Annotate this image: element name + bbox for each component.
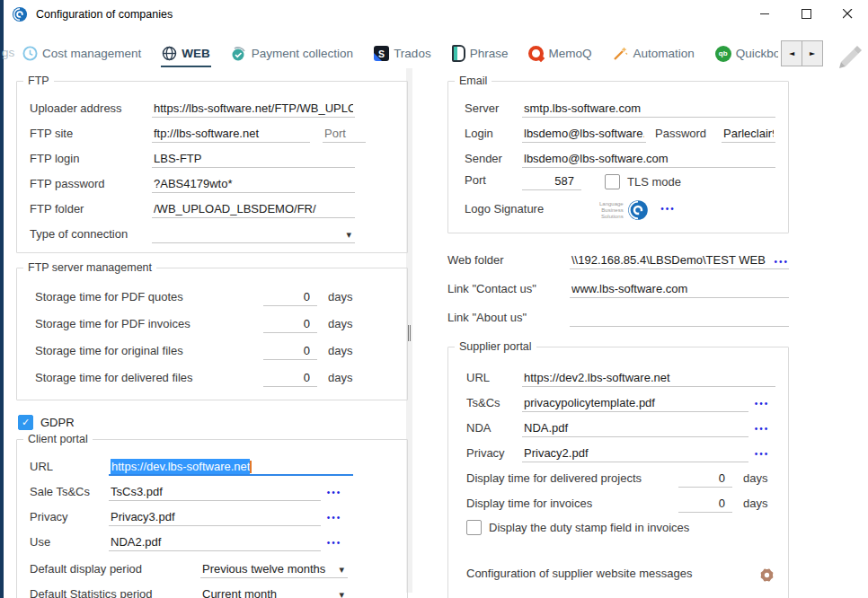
supplier-tscs-input[interactable] [522, 394, 748, 412]
client-url-input[interactable]: https://dev.lbs-software.net [109, 459, 353, 476]
web-folder-input[interactable]: \\192.168.85.4\LBSDemo\TEST WEB ••• [570, 251, 789, 269]
type-of-connection-label: Type of connection [30, 227, 152, 243]
ftp-password-input[interactable] [152, 175, 355, 193]
default-statistics-period-label: Default Statistics period [30, 587, 200, 598]
email-login-label: Login [465, 127, 522, 143]
ftp-login-input[interactable] [152, 150, 355, 168]
email-port-input[interactable] [522, 172, 581, 190]
email-login-input[interactable] [522, 125, 646, 143]
supplier-messages-gear-button[interactable] [758, 567, 775, 584]
clock-icon [22, 46, 38, 61]
email-sender-input[interactable] [522, 150, 775, 168]
storage-pdf-quotes-input[interactable] [263, 288, 317, 306]
type-of-connection-dropdown[interactable]: ▾ [152, 227, 355, 243]
title-bar: Configuration of companies [4, 0, 868, 29]
web-settings-right-panel: Email Server Login Password Sender Port … [447, 74, 789, 598]
edit-pencil-icon[interactable] [832, 39, 863, 71]
link-about-us-input[interactable] [570, 309, 789, 327]
default-display-period-dropdown[interactable]: Previous twelve months ▾ [200, 560, 348, 578]
link-contact-us-label: Link "Contact us" [447, 282, 570, 298]
gdpr-checkbox[interactable]: ✓ [18, 415, 33, 430]
supplier-privacy-input[interactable] [522, 444, 748, 462]
email-server-label: Server [465, 101, 522, 118]
globe-icon [162, 46, 177, 61]
tab-quickbooks[interactable]: qb Quickbooks [714, 40, 778, 68]
client-portal-title: Client portal [23, 433, 93, 445]
supplier-nda-browse-button[interactable]: ••• [748, 424, 775, 437]
storage-delivered-files-input[interactable] [263, 369, 317, 387]
supplier-url-input[interactable] [522, 369, 775, 387]
supplier-privacy-browse-button[interactable]: ••• [748, 449, 775, 462]
logo-signature-label: Logo Signature [465, 202, 599, 218]
email-group-title: Email [455, 75, 492, 87]
logo-signature-browse-button[interactable]: ••• [649, 204, 676, 217]
tab-phrase[interactable]: Phrase [451, 40, 509, 68]
tab-automation[interactable]: Automation [611, 40, 695, 68]
supplier-nda-input[interactable] [522, 419, 748, 437]
tls-mode-checkbox[interactable] [605, 174, 620, 189]
email-password-input[interactable] [722, 125, 775, 143]
maximize-button[interactable] [785, 0, 827, 27]
gdpr-label: GDPR [40, 416, 75, 429]
sale-tscs-input[interactable] [109, 483, 321, 501]
form-row: Storage time for original files days [30, 335, 360, 360]
tab-web[interactable]: WEB [161, 40, 211, 67]
storage-original-files-label: Storage time for original files [30, 344, 263, 360]
arrow-right-icon: ► [810, 49, 815, 57]
logo-text: Language Business Solutions [599, 201, 624, 220]
tab-scroll-buttons: ◄ ► [781, 40, 823, 66]
form-row: Use ••• [30, 528, 394, 551]
window-controls [744, 0, 868, 27]
supplier-nda-label: NDA [466, 421, 522, 437]
form-row: NDA ••• [461, 414, 775, 437]
uploader-address-input[interactable] [152, 100, 355, 118]
ftp-site-input[interactable] [152, 125, 310, 143]
web-folder-label: Web folder [447, 253, 570, 269]
tab-label: Payment collection [252, 47, 353, 60]
supplier-privacy-label: Privacy [466, 446, 522, 462]
tab-overflow-left[interactable]: gs [2, 46, 16, 59]
days-unit-label: days [732, 497, 775, 513]
client-use-input[interactable] [109, 533, 321, 551]
client-use-browse-button[interactable]: ••• [321, 538, 348, 551]
form-row: FTP password [30, 170, 355, 193]
arrow-left-icon: ◄ [789, 49, 794, 57]
window-title: Configuration of companies [36, 8, 173, 21]
display-time-invoices-input[interactable] [678, 495, 732, 513]
form-row: Sender [461, 145, 775, 168]
form-row: Display time for delivered projects days [461, 464, 775, 488]
text-caret [250, 461, 252, 473]
selected-text: https://dev.lbs-software.net [111, 459, 250, 475]
tab-trados[interactable]: S Trados [373, 40, 432, 67]
minimize-button[interactable] [744, 0, 785, 27]
close-button[interactable] [827, 0, 868, 27]
tab-label: WEB [182, 47, 210, 60]
web-folder-browse-button[interactable]: ••• [774, 257, 789, 267]
storage-original-files-input[interactable] [263, 342, 317, 360]
tabs: Cost management WEB Payment collection S… [22, 38, 778, 70]
tab-scroll-right-button[interactable]: ► [802, 40, 823, 66]
form-row: FTP login [30, 145, 355, 168]
email-server-input[interactable] [522, 100, 775, 118]
tab-payment-collection[interactable]: Payment collection [230, 40, 354, 68]
form-row: FTP folder [30, 195, 355, 218]
tab-label: Cost management [42, 47, 141, 60]
storage-pdf-invoices-input[interactable] [263, 315, 317, 333]
client-privacy-browse-button[interactable]: ••• [321, 513, 348, 526]
tab-cost-management[interactable]: Cost management [22, 40, 142, 67]
form-row: Link "Contact us" [447, 275, 789, 298]
default-statistics-period-dropdown[interactable]: Current month ▾ [200, 585, 348, 598]
ftp-folder-input[interactable] [152, 200, 355, 218]
client-privacy-input[interactable] [109, 508, 321, 526]
form-row: Port TLS mode [461, 170, 775, 193]
form-row: Display time for invoices days [461, 489, 775, 513]
tab-memoq[interactable]: MemoQ [527, 40, 592, 67]
duty-stamp-checkbox[interactable] [466, 520, 482, 535]
tab-scroll-left-button[interactable]: ◄ [781, 40, 802, 66]
ftp-port-input[interactable] [323, 125, 366, 143]
sale-tscs-browse-button[interactable]: ••• [321, 488, 348, 501]
link-contact-us-input[interactable] [570, 280, 789, 298]
display-time-delivered-input[interactable] [678, 470, 732, 488]
tab-label: Trados [394, 47, 431, 60]
supplier-tscs-browse-button[interactable]: ••• [748, 399, 775, 412]
